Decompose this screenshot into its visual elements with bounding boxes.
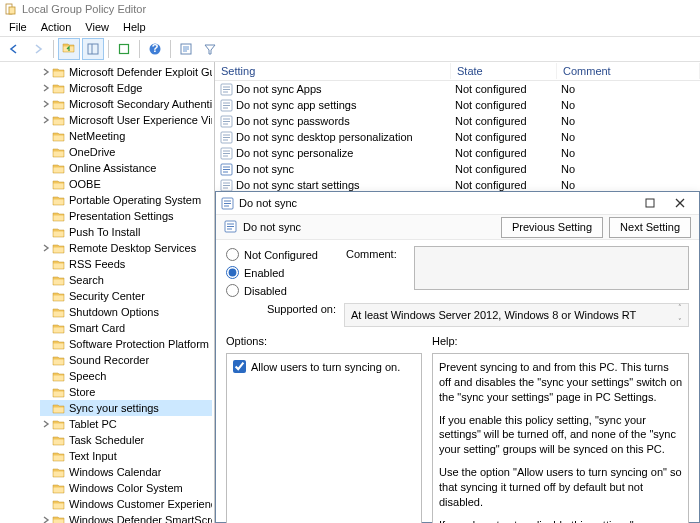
tree-item[interactable]: Windows Defender SmartScreen [40,512,212,523]
setting-icon [219,130,233,144]
comment-field[interactable] [414,246,689,290]
tree-item[interactable]: Security Center [40,288,212,304]
expand-toggle-icon[interactable] [40,97,51,111]
tree-item[interactable]: Shutdown Options [40,304,212,320]
expand-toggle-icon[interactable] [40,81,51,95]
folder-icon [52,433,66,447]
tree-item[interactable]: Microsoft Edge [40,80,212,96]
tree-item-label: Security Center [69,290,145,302]
setting-row[interactable]: Do not sync desktop personalizationNot c… [215,129,700,145]
tree-item[interactable]: Text Input [40,448,212,464]
supported-on-value: At least Windows Server 2012, Windows 8 … [344,303,689,327]
next-setting-button[interactable]: Next Setting [609,217,691,238]
setting-row[interactable]: Do not sync app settingsNot configuredNo [215,97,700,113]
tree-item-label: OOBE [69,178,101,190]
tree-item[interactable]: NetMeeting [40,128,212,144]
menu-view[interactable]: View [78,19,116,35]
tree-item[interactable]: OOBE [40,176,212,192]
folder-icon [52,481,66,495]
setting-icon [219,146,233,160]
filter-button[interactable] [199,38,221,60]
setting-row[interactable]: Do not sync personalizeNot configuredNo [215,145,700,161]
up-level-button[interactable] [58,38,80,60]
allow-syncing-checkbox[interactable]: Allow users to turn syncing on. [233,360,415,373]
setting-comment: No [561,99,700,111]
tree-item[interactable]: Speech [40,368,212,384]
tree-item[interactable]: OneDrive [40,144,212,160]
col-comment[interactable]: Comment [557,63,700,79]
tree-item[interactable]: Software Protection Platform [40,336,212,352]
tree-item[interactable]: Windows Calendar [40,464,212,480]
tree-item[interactable]: Push To Install [40,224,212,240]
tree-item[interactable]: Windows Color System [40,480,212,496]
expand-toggle-icon[interactable] [40,513,51,523]
filter-options-button[interactable] [175,38,197,60]
folder-icon [52,113,66,127]
expand-placeholder [40,369,51,383]
expand-toggle-icon[interactable] [40,241,51,255]
tree-item-label: Text Input [69,450,117,462]
tree-item[interactable]: Search [40,272,212,288]
tree-item-label: Microsoft Defender Exploit Guard [69,66,212,78]
tree-item[interactable]: Sync your settings [40,400,212,416]
setting-row[interactable]: Do not syncNot configuredNo [215,161,700,177]
setting-state: Not configured [455,179,561,191]
refresh-button[interactable] [113,38,135,60]
tree-item[interactable]: Microsoft User Experience Virtualizatior [40,112,212,128]
tree-item[interactable]: RSS Feeds [40,256,212,272]
col-state[interactable]: State [451,63,557,79]
tree-item[interactable]: Online Assistance [40,160,212,176]
folder-icon [52,257,66,271]
expand-toggle-icon[interactable] [40,417,51,431]
back-button[interactable] [3,38,25,60]
expand-placeholder [40,177,51,191]
tree-item[interactable]: Windows Customer Experience Improv [40,496,212,512]
folder-icon [52,305,66,319]
setting-row[interactable]: Do not sync AppsNot configuredNo [215,81,700,97]
tree-item[interactable]: Store [40,384,212,400]
folder-icon [52,161,66,175]
tree-item-label: NetMeeting [69,130,125,142]
tree-item[interactable]: Presentation Settings [40,208,212,224]
forward-button[interactable] [27,38,49,60]
setting-state: Not configured [455,163,561,175]
radio-enabled[interactable]: Enabled [226,266,336,279]
tree-item-label: Online Assistance [69,162,156,174]
toolbar-separator [108,40,109,58]
tree-item[interactable]: Portable Operating System [40,192,212,208]
tree-item[interactable]: Tablet PC [40,416,212,432]
expand-placeholder [40,193,51,207]
setting-row[interactable]: Do not sync passwordsNot configuredNo [215,113,700,129]
menu-help[interactable]: Help [116,19,153,35]
tree-item[interactable]: Remote Desktop Services [40,240,212,256]
menu-action[interactable]: Action [34,19,79,35]
tree-item[interactable]: Microsoft Defender Exploit Guard [40,64,212,80]
expand-toggle-icon[interactable] [40,113,51,127]
expand-placeholder [40,321,51,335]
dialog-subtitle: Do not sync [243,221,301,233]
help-label: Help: [432,335,689,347]
tree-item[interactable]: Sound Recorder [40,352,212,368]
setting-comment: No [561,147,700,159]
expand-placeholder [40,353,51,367]
svg-rect-21 [646,199,654,207]
dialog-maximize-button[interactable] [635,193,665,213]
previous-setting-button[interactable]: Previous Setting [501,217,603,238]
radio-disabled[interactable]: Disabled [226,284,336,297]
radio-not-configured[interactable]: Not Configured [226,248,336,261]
tree-item[interactable]: Microsoft Secondary Authentication Fa [40,96,212,112]
expand-toggle-icon[interactable] [40,65,51,79]
nav-tree[interactable]: Microsoft Defender Exploit GuardMicrosof… [0,62,215,523]
col-setting[interactable]: Setting [215,63,451,79]
expand-placeholder [40,401,51,415]
folder-icon [52,385,66,399]
show-hide-tree-button[interactable] [82,38,104,60]
menu-file[interactable]: File [2,19,34,35]
toolbar-separator [53,40,54,58]
help-button[interactable]: ? [144,38,166,60]
dialog-close-button[interactable] [665,193,695,213]
tree-item[interactable]: Smart Card [40,320,212,336]
tree-item-label: Microsoft Secondary Authentication Fa [69,98,212,110]
toolbar: ? [0,36,700,62]
tree-item[interactable]: Task Scheduler [40,432,212,448]
